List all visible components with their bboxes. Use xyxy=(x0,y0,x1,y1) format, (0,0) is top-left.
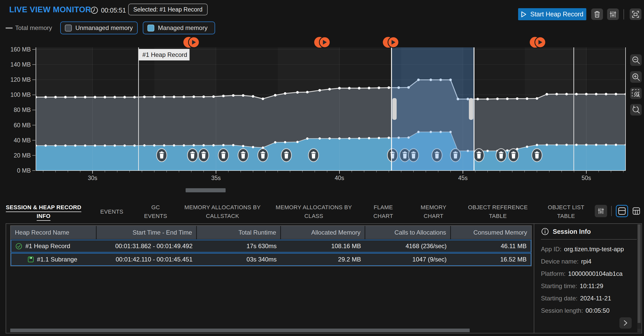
trash-marker-icon[interactable] xyxy=(157,149,167,162)
selected-record-badge: Selected: #1 Heap Record xyxy=(128,4,208,15)
total-data-point xyxy=(94,96,96,98)
column-header[interactable]: Heap Record Name xyxy=(11,226,96,239)
total-data-point xyxy=(222,95,225,97)
info-icon xyxy=(541,227,549,236)
legend-toggle-unmanaged[interactable]: Unmanaged memory xyxy=(60,22,138,34)
table-row-heap-record[interactable]: #1 Heap Record 00:01:31.862 - 00:01:49.4… xyxy=(11,240,531,253)
column-header[interactable]: Allocated Memory xyxy=(281,226,365,239)
managed-swatch xyxy=(147,25,154,32)
trash-marker-icon[interactable] xyxy=(258,149,268,162)
fullscreen-button[interactable] xyxy=(630,8,641,20)
tab-object-list-table[interactable]: OBJECT LIST TABLE xyxy=(543,203,589,220)
tab-memory-allocations-by-callstack[interactable]: MEMORY ALLOCATIONS BY CALLSTACK xyxy=(184,203,261,220)
session-vertical-scrollbar[interactable] xyxy=(637,224,641,332)
total-data-point xyxy=(173,96,175,98)
reset-zoom-button[interactable] xyxy=(630,104,642,116)
managed-data-point xyxy=(328,137,331,140)
legend-toggle-managed[interactable]: Managed memory xyxy=(143,22,215,34)
zoom-to-selection-button[interactable] xyxy=(630,88,642,99)
total-data-point xyxy=(536,97,538,100)
total-data-point xyxy=(232,94,235,97)
managed-data-point xyxy=(625,144,627,146)
tab-object-reference-table[interactable]: OBJECT REFERENCE TABLE xyxy=(467,203,529,220)
managed-data-point xyxy=(575,144,578,146)
start-heap-record-button[interactable]: Start Heap Record xyxy=(518,8,586,20)
subrange-left-handle[interactable] xyxy=(392,98,397,120)
trash-marker-icon[interactable] xyxy=(474,149,484,162)
delete-button[interactable] xyxy=(591,8,603,20)
total-data-point xyxy=(625,93,627,95)
tab-gc-events[interactable]: GC EVENTS xyxy=(142,203,170,220)
total-data-point xyxy=(328,88,331,90)
total-data-point xyxy=(183,96,185,98)
session-next-button[interactable] xyxy=(619,317,632,329)
column-header[interactable]: Calls to Allocations xyxy=(365,226,450,239)
tab-memory-allocations-by-class[interactable]: MEMORY ALLOCATIONS BY CLASS xyxy=(275,203,352,220)
total-data-point xyxy=(486,98,489,100)
scrollbar-thumb[interactable] xyxy=(638,224,641,323)
zoom-out-button[interactable] xyxy=(630,54,642,66)
layout-horizontal-split-button[interactable] xyxy=(616,205,628,217)
total-data-point xyxy=(242,94,244,97)
session-info-title: Session Info xyxy=(553,228,591,235)
trash-marker-icon[interactable] xyxy=(281,149,291,162)
column-header[interactable]: Consumed Memory xyxy=(451,226,531,239)
total-data-point xyxy=(274,94,277,97)
total-data-point xyxy=(252,95,254,98)
scrollbar-corner xyxy=(637,329,641,332)
trash-marker-icon[interactable] xyxy=(187,149,198,162)
gc-event-icon[interactable] xyxy=(383,37,399,48)
managed-data-point xyxy=(368,137,370,139)
settings-button[interactable] xyxy=(607,8,619,20)
unmanaged-swatch xyxy=(65,25,72,32)
managed-data-point xyxy=(94,144,96,147)
total-line-swatch xyxy=(6,27,13,29)
x-tick-label: 50s xyxy=(581,175,591,181)
gc-event-icon[interactable] xyxy=(314,37,330,48)
zoom-in-button[interactable] xyxy=(630,71,642,83)
column-header[interactable]: Total Runtime xyxy=(197,226,280,239)
trash-marker-icon[interactable] xyxy=(218,149,228,162)
subrange-right-handle[interactable] xyxy=(469,98,473,120)
total-data-point xyxy=(64,96,67,98)
total-data-point xyxy=(74,96,77,98)
managed-data-point xyxy=(296,141,299,143)
trash-marker-icon[interactable] xyxy=(532,149,542,162)
total-data-point xyxy=(104,96,106,98)
table-horizontal-scrollbar[interactable] xyxy=(10,329,470,332)
tab-session-heap-record-info[interactable]: SESSION & HEAP RECORD INFO xyxy=(5,203,82,220)
managed-data-point xyxy=(565,144,568,146)
table-row-subrange[interactable]: #1.1 Subrange 00:01:42.110 - 00:01:45.45… xyxy=(11,253,531,266)
x-tick-label: 40s xyxy=(335,175,344,181)
total-data-point xyxy=(123,96,126,98)
table-settings-button[interactable] xyxy=(595,205,607,217)
trash-marker-icon[interactable] xyxy=(308,149,319,162)
trash-marker-icon[interactable] xyxy=(496,149,506,162)
page-title: LIVE VIEW MONITOR xyxy=(9,5,91,14)
y-tick-label: 60 MB xyxy=(14,122,31,129)
expand-icon xyxy=(631,10,640,18)
column-header[interactable]: Start Time - End Time xyxy=(97,226,196,239)
managed-data-point xyxy=(615,144,617,146)
tab-events[interactable]: EVENTS xyxy=(96,207,127,216)
chart-horizontal-scrollbar[interactable] xyxy=(186,188,226,192)
tab-memory-chart[interactable]: MEMORY CHART xyxy=(414,203,453,220)
trash-icon xyxy=(593,10,601,18)
trash-marker-icon[interactable] xyxy=(508,149,519,162)
trash-marker-icon[interactable] xyxy=(198,149,209,162)
tab-flame-chart[interactable]: FLAME CHART xyxy=(367,203,400,220)
session-length: Session length:00:05:50 xyxy=(541,304,639,317)
y-tick-label: 140 MB xyxy=(11,61,31,68)
gc-event-icon[interactable] xyxy=(183,37,199,48)
elapsed-time: 00:05:51 xyxy=(101,7,126,14)
layout-grid-split-button[interactable] xyxy=(630,205,642,217)
gc-event-icon[interactable] xyxy=(530,37,546,48)
y-tick-label: 80 MB xyxy=(14,107,31,113)
trash-marker-icon[interactable] xyxy=(238,149,248,162)
managed-data-point xyxy=(595,144,597,146)
total-data-point xyxy=(338,87,341,89)
managed-data-point xyxy=(306,137,308,140)
total-data-point xyxy=(193,96,195,98)
total-data-point xyxy=(163,96,165,98)
managed-data-point xyxy=(556,144,558,146)
